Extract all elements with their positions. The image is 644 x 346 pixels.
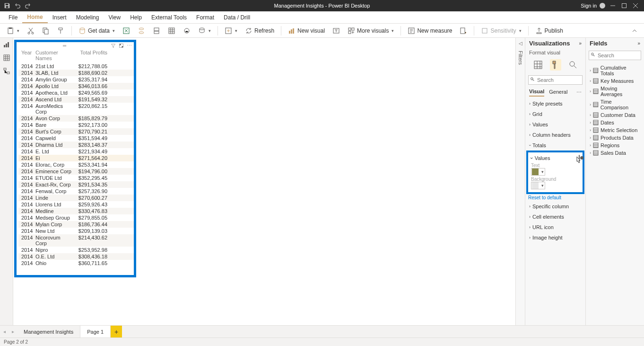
collapse-viz-icon[interactable]: » <box>579 41 582 46</box>
table-row[interactable]: 2014Ascend Ltd$191,549.32 <box>18 96 134 103</box>
text-box-button[interactable] <box>330 25 343 36</box>
report-canvas[interactable]: ═ ⋯ Year Customer Names <box>13 38 515 325</box>
table-row[interactable]: 2014Eminence Corp$194,796.00 <box>18 168 134 175</box>
recent-sources-button[interactable]: ▾ <box>195 25 214 36</box>
table-row[interactable]: 2014O.E. Ltd$308,436.18 <box>18 253 134 260</box>
sensitivity-button[interactable]: Sensitivity ▾ <box>478 25 524 36</box>
section-values[interactable]: ›Values <box>525 119 585 130</box>
menu-data-drill[interactable]: Data / Drill <box>219 11 255 23</box>
fields-search-input[interactable] <box>589 51 641 60</box>
table-row[interactable]: 2014E. Ltd$221,934.49 <box>18 148 134 155</box>
menu-modeling[interactable]: Modeling <box>71 11 104 23</box>
table-row[interactable]: 2014Elorac, Corp$253,341.94 <box>18 161 134 168</box>
tab-visual[interactable]: Visual <box>529 89 544 97</box>
table-row[interactable]: 2014Capweld$351,594.49 <box>18 135 134 142</box>
field-table[interactable]: ›Customer Data <box>586 111 644 119</box>
copy-button[interactable] <box>39 25 52 36</box>
save-icon[interactable] <box>4 2 10 9</box>
field-table[interactable]: ›Dates <box>586 119 644 126</box>
add-page-button[interactable]: + <box>111 326 122 337</box>
table-row[interactable]: 2014New Ltd$209,139.03 <box>18 228 134 234</box>
filter-icon[interactable] <box>111 43 116 49</box>
page-tab-management-insights[interactable]: Management Insights <box>17 326 80 337</box>
section-url-icon[interactable]: ›URL icon <box>525 222 585 232</box>
bg-color-picker[interactable]: ▾ <box>531 182 545 189</box>
field-table[interactable]: ›Cumulative Totals <box>586 64 644 77</box>
section-image-height[interactable]: ›Image height <box>525 232 585 243</box>
table-row[interactable]: 2014AuroMedics Corp$220,862.15 <box>18 103 134 115</box>
table-visual[interactable]: ═ ⋯ Year Customer Names <box>14 40 136 277</box>
filters-label[interactable]: Filters <box>518 51 523 65</box>
viz-search-input[interactable] <box>528 75 583 85</box>
section-column-headers[interactable]: ›Column headers <box>525 130 585 140</box>
drag-handle-icon[interactable]: ═ <box>61 43 69 48</box>
section-style-presets[interactable]: ›Style presets <box>525 98 585 109</box>
table-row[interactable]: 20143LAB, Ltd$188,690.02 <box>18 70 134 76</box>
more-tabs-icon[interactable]: ⋯ <box>576 89 582 96</box>
table-row[interactable]: 2014Mylan Corp$186,736.44 <box>18 221 134 228</box>
enter-data-button[interactable] <box>165 25 178 36</box>
sql-server-button[interactable] <box>150 25 163 36</box>
table-row[interactable]: 2014Dharma Ltd$283,148.37 <box>18 142 134 148</box>
table-row[interactable]: 2014Apollo Ltd$346,013.66 <box>18 83 134 89</box>
more-visuals-button[interactable]: More visuals ▾ <box>345 25 397 36</box>
field-table[interactable]: ›Time Comparison <box>586 98 644 111</box>
tab-general[interactable]: General <box>549 89 567 96</box>
expand-filters-icon[interactable]: ◁ <box>519 41 522 46</box>
prev-page-icon[interactable]: ◂ <box>0 329 9 334</box>
text-color-picker[interactable]: ▾ <box>531 168 545 176</box>
menu-external-tools[interactable]: External Tools <box>147 11 191 23</box>
table-body[interactable]: 201421st Ltd$212,788.0520143LAB, Ltd$188… <box>18 63 134 279</box>
paste-button[interactable]: ▾ <box>4 25 22 36</box>
table-row[interactable]: 2014Nipro$253,952.98 <box>18 247 134 253</box>
chevron-down-icon[interactable]: › <box>529 157 535 159</box>
excel-workbook-button[interactable] <box>120 25 133 36</box>
section-grid[interactable]: ›Grid <box>525 109 585 119</box>
table-row[interactable]: 2014Bare$292,173.00 <box>18 122 134 128</box>
undo-icon[interactable] <box>14 2 21 9</box>
close-icon[interactable] <box>633 2 639 9</box>
header-profit[interactable]: Total Profits <box>72 50 107 61</box>
field-table[interactable]: ›Products Data <box>586 134 644 142</box>
menu-file[interactable]: File <box>4 11 22 23</box>
publish-button[interactable]: Publish <box>532 25 566 36</box>
table-row[interactable]: 2014Llorens Ltd$259,926.43 <box>18 201 134 208</box>
next-page-icon[interactable]: ▸ <box>9 329 17 334</box>
table-row[interactable]: 2014Linde$270,600.27 <box>18 195 134 201</box>
table-row[interactable]: 2014Fenwal, Corp$257,326.90 <box>18 188 134 195</box>
minimize-icon[interactable] <box>610 2 617 9</box>
dataverse-button[interactable] <box>180 25 193 36</box>
model-view-icon[interactable] <box>3 67 10 75</box>
reset-to-default[interactable]: Reset to default <box>525 194 585 201</box>
maximize-icon[interactable] <box>621 2 628 9</box>
header-customer[interactable]: Customer Names <box>35 50 72 61</box>
cut-button[interactable] <box>24 25 37 36</box>
redo-icon[interactable] <box>25 2 31 9</box>
collapse-ribbon-icon[interactable] <box>629 25 640 36</box>
format-visual-icon[interactable] <box>550 59 561 71</box>
header-year[interactable]: Year <box>21 50 35 61</box>
signin-button[interactable]: Sign in <box>581 3 605 9</box>
data-hub-button[interactable] <box>135 25 148 36</box>
table-row[interactable]: 2014Nicorovum Corp$214,430.62 <box>18 234 134 247</box>
analytics-icon[interactable] <box>567 59 579 71</box>
table-row[interactable]: 2014Exact-Rx, Corp$291,534.35 <box>18 181 134 188</box>
build-visual-icon[interactable] <box>532 59 544 71</box>
table-row[interactable]: 2014Ei$271,564.20 <box>18 155 134 161</box>
quick-measure-button[interactable] <box>457 25 470 36</box>
get-data-button[interactable]: Get data ▾ <box>76 25 118 36</box>
focus-mode-icon[interactable] <box>119 43 124 49</box>
transform-data-button[interactable]: ▾ <box>222 25 240 36</box>
menu-help[interactable]: Help <box>125 11 147 23</box>
refresh-button[interactable]: Refresh <box>242 25 277 36</box>
menu-format[interactable]: Format <box>191 11 219 23</box>
report-view-icon[interactable] <box>3 41 10 48</box>
section-cell-elements[interactable]: ›Cell elements <box>525 212 585 222</box>
table-row[interactable]: 2014Medline$330,476.83 <box>18 208 134 214</box>
field-table[interactable]: ›Metric Selection <box>586 126 644 134</box>
table-row[interactable]: 2014ETUDE Ltd$352,295.45 <box>18 175 134 181</box>
new-measure-button[interactable]: New measure <box>405 25 455 36</box>
table-row[interactable]: 2014Avon Corp$185,829.79 <box>18 115 134 122</box>
collapse-fields-icon[interactable]: » <box>637 41 640 46</box>
menu-home[interactable]: Home <box>22 11 47 23</box>
